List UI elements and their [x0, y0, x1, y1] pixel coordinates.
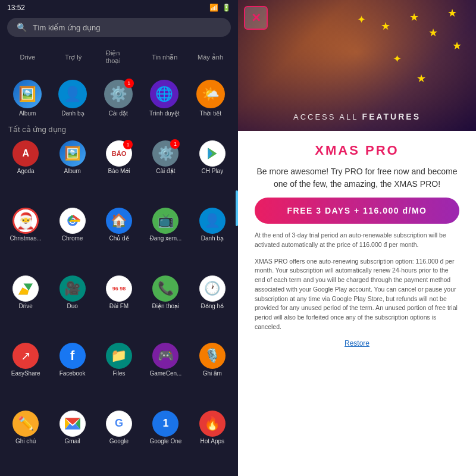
- time: 13:52: [7, 4, 25, 12]
- app-chplay[interactable]: CH Play: [190, 139, 234, 203]
- app-album[interactable]: 🖼️ Album: [50, 139, 94, 203]
- quick-app-drive[interactable]: Drive: [14, 44, 40, 71]
- right-panel: ★ ★ ★ ★ ★ ✦ ✦ ★ ✕ ACCESS ALL FEATURES XM…: [238, 0, 476, 476]
- app-christmas[interactable]: 🎅 Christmas...: [4, 206, 48, 271]
- app-chrome[interactable]: Chrome: [50, 206, 94, 271]
- promo-content: XMAS PRO Be more awesome! Try PRO for fr…: [238, 131, 476, 476]
- xmas-title: XMAS PRO: [255, 143, 459, 158]
- app-notes[interactable]: ✏️ Ghi chú: [4, 409, 48, 474]
- settings-badge: 1: [124, 79, 134, 88]
- quick-app-phone[interactable]: Điện thoại: [106, 44, 132, 71]
- close-icon: ✕: [251, 11, 261, 25]
- feat-weather[interactable]: 🌤️ Thời tiết: [196, 80, 225, 117]
- search-icon: 🔍: [17, 23, 27, 32]
- app-easyshare[interactable]: ↗ EasyShare: [4, 341, 48, 406]
- feat-contacts[interactable]: 👤 Danh bạ: [58, 80, 87, 117]
- promo-stars: ★ ★ ★ ★ ★ ✦ ✦ ★: [238, 0, 476, 131]
- app-google[interactable]: G Google: [97, 409, 141, 474]
- feat-album-label: Album: [19, 110, 36, 117]
- quick-app-trolyy[interactable]: Trợ lý: [60, 44, 86, 71]
- fine-print-1: At the end of 3-day trial period an auto…: [255, 231, 459, 250]
- app-settings[interactable]: ⚙️ 1 Cài đặt: [143, 139, 187, 203]
- feat-browser-label: Trình duyệt: [149, 110, 180, 117]
- quick-app-messages[interactable]: Tin nhắn: [152, 44, 178, 71]
- app-gmail[interactable]: Gmail: [50, 409, 94, 474]
- feat-contacts-label: Danh bạ: [61, 110, 84, 117]
- feat-weather-label: Thời tiết: [200, 110, 221, 117]
- app-phone[interactable]: 📞 Điện thoại: [143, 274, 187, 339]
- all-apps-grid: A Agoda 🖼️ Album BÁO 1 Báo Mới ⚙️ 1 Cài …: [0, 136, 238, 476]
- restore-link[interactable]: Restore: [255, 339, 459, 347]
- svg-marker-7: [18, 287, 29, 295]
- quick-app-camera[interactable]: Máy ảnh: [198, 44, 224, 71]
- app-daifm[interactable]: 96 98 Đài FM: [97, 274, 141, 339]
- cta-button[interactable]: FREE 3 DAYS + 116.000 đ/MO: [255, 198, 459, 224]
- featured-apps-row: 🖼️ Album 👤 Danh bạ ⚙️ 1 Cài đặt 🌐 Trình …: [0, 76, 238, 121]
- app-contacts[interactable]: 👤 Danh bạ: [190, 206, 234, 271]
- scrollbar[interactable]: [236, 190, 238, 226]
- battery-icon: 🔋: [222, 4, 231, 12]
- app-dangxem[interactable]: 📺 Đang xem...: [143, 206, 187, 271]
- app-agoda[interactable]: A Agoda: [4, 139, 48, 203]
- feat-album-icon: 🖼️: [13, 80, 42, 108]
- close-button[interactable]: ✕: [244, 6, 268, 30]
- feat-browser-icon: 🌐: [150, 80, 178, 108]
- wifi-icon: 📶: [209, 4, 218, 12]
- feat-browser[interactable]: 🌐 Trình duyệt: [149, 80, 180, 117]
- fine-print-2: XMAS PRO offers one auto-renewing subscr…: [255, 257, 459, 332]
- promo-image: ★ ★ ★ ★ ★ ✦ ✦ ★ ✕ ACCESS ALL FEATURES: [238, 0, 476, 131]
- search-bar[interactable]: 🔍 Tìm kiếm ứng dụng: [7, 18, 231, 37]
- app-baomoi[interactable]: BÁO 1 Báo Mới: [97, 139, 141, 203]
- left-panel: 13:52 📶 🔋 🔍 Tìm kiếm ứng dụng Drive Trợ …: [0, 0, 238, 476]
- feat-contacts-icon: 👤: [58, 80, 87, 108]
- app-gamecenter[interactable]: 🎮 GameCen...: [143, 341, 187, 406]
- app-hot-apps[interactable]: 🔥 Hot Apps: [190, 409, 234, 474]
- feat-settings-icon: ⚙️ 1: [104, 80, 133, 108]
- search-placeholder: Tìm kiếm ứng dụng: [33, 23, 101, 32]
- app-clock[interactable]: 🕐 Đồng hồ: [190, 274, 234, 339]
- app-google-one[interactable]: 1 Google One: [143, 409, 187, 474]
- feat-weather-icon: 🌤️: [196, 80, 225, 108]
- status-icons: 📶 🔋: [209, 4, 231, 12]
- xmas-subtitle: Be more awesome! Try PRO for free now an…: [255, 165, 459, 190]
- promo-overlay-text: ACCESS ALL FEATURES: [293, 112, 421, 131]
- feat-album[interactable]: 🖼️ Album: [13, 80, 42, 117]
- feat-settings-label: Cài đặt: [109, 110, 128, 117]
- app-recorder[interactable]: 🎙️ Ghi âm: [190, 341, 234, 406]
- xmas-accent: PRO: [365, 143, 399, 158]
- all-apps-label: Tất cả ứng dụng: [0, 121, 238, 136]
- feat-settings[interactable]: ⚙️ 1 Cài đặt: [104, 80, 133, 117]
- app-chude[interactable]: 🏠 Chủ đề: [97, 206, 141, 271]
- status-bar: 13:52 📶 🔋: [0, 0, 238, 15]
- app-christmas-icon: 🎅: [12, 208, 39, 234]
- app-facebook[interactable]: f Facebook: [50, 341, 94, 406]
- app-files[interactable]: 📁 Files: [97, 341, 141, 406]
- quick-apps-row: Drive Trợ lý Điện thoại Tin nhắn Máy ảnh: [0, 42, 238, 74]
- app-drive[interactable]: Drive: [4, 274, 48, 339]
- app-duo[interactable]: 🎥 Duo: [50, 274, 94, 339]
